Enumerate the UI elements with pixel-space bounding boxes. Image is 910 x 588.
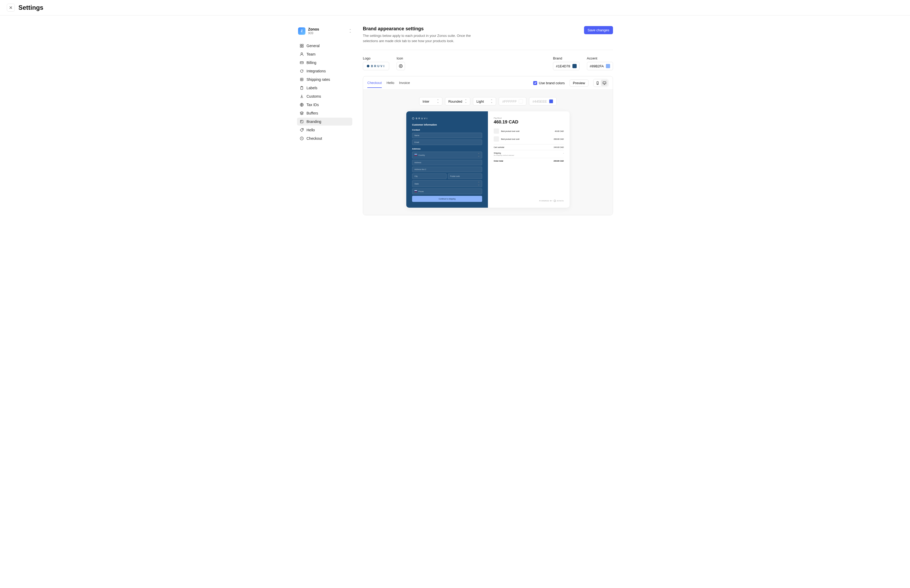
device-mobile[interactable] <box>594 80 601 86</box>
accent-label: Accent <box>587 57 613 60</box>
chevron-updown-icon: ⌃⌄ <box>478 153 480 157</box>
sidebar-item-label: Integrations <box>307 69 326 73</box>
org-id: 909 <box>308 31 346 35</box>
sidebar-item-hello[interactable]: Hello <box>297 126 352 134</box>
preview-card: Checkout Hello Invoice Use brand colors … <box>363 76 613 215</box>
icon-label: Icon <box>396 57 405 60</box>
grid-icon <box>300 44 304 48</box>
sidebar-item-label: Branding <box>307 120 321 124</box>
tab-hello[interactable]: Hello <box>386 81 394 88</box>
sidebar-item-team[interactable]: Team <box>297 50 352 58</box>
section-heading: Brand appearance settings <box>363 26 487 32</box>
sidebar-item-general[interactable]: General <box>297 42 352 50</box>
sidebar-item-label: General <box>307 44 320 48</box>
font-select[interactable]: Inter⌃⌄ <box>419 97 442 105</box>
tag-icon <box>300 128 304 132</box>
sidebar-item-checkout[interactable]: Checkout <box>297 134 352 142</box>
pay-label: Pay Bruvi <box>494 117 564 119</box>
icon-upload-button[interactable] <box>396 62 405 70</box>
flag-icon <box>414 190 417 192</box>
svg-rect-1 <box>302 44 303 45</box>
sidebar-nav: General Team Billing Integrations Shippi… <box>297 42 352 142</box>
org-switcher[interactable]: Z Zonos 909 ⌃⌄ <box>297 26 352 36</box>
product-thumb <box>494 128 499 134</box>
preview-logo: BRUVI <box>412 117 482 120</box>
line-item: Best product ever sold49.60 CAD <box>494 128 564 134</box>
package-icon <box>300 78 304 82</box>
sidebar-item-tax-ids[interactable]: Tax IDs <box>297 101 352 109</box>
use-brand-colors-checkbox[interactable]: Use brand colors <box>533 81 564 85</box>
total-row: Order total249.60 CAD <box>494 158 564 164</box>
svg-rect-5 <box>300 61 303 64</box>
preview-button[interactable]: Preview <box>569 79 588 87</box>
cart-icon <box>300 136 304 141</box>
sidebar-item-shipping-rates[interactable]: Shipping rates <box>297 76 352 84</box>
user-icon <box>300 52 304 57</box>
email-field: Email <box>412 139 482 145</box>
download-icon <box>300 94 304 99</box>
brand-label: Brand <box>553 57 579 60</box>
palette-icon <box>300 120 304 124</box>
globe-icon <box>300 103 304 107</box>
sidebar-item-label: Shipping rates <box>307 78 330 82</box>
logo-label: Logo <box>363 57 389 60</box>
sidebar-item-label: Checkout <box>307 136 322 141</box>
section-subtitle: The settings below apply to each product… <box>363 33 487 44</box>
accent-color-swatch <box>606 64 610 68</box>
sidebar-item-label: Labels <box>307 86 317 90</box>
city-field: City <box>412 173 446 179</box>
close-button[interactable] <box>7 4 15 11</box>
desktop-icon <box>603 81 606 85</box>
sidebar-item-branding[interactable]: Branding <box>297 118 352 126</box>
corners-select[interactable]: Rounded⌃⌄ <box>445 97 470 105</box>
bg-color-display: #FFFFFF <box>499 97 526 105</box>
mobile-icon <box>596 81 600 85</box>
sidebar-item-label: Hello <box>307 128 315 132</box>
checkout-preview: BRUVI Customer information Contact Name … <box>406 111 569 208</box>
sidebar-item-label: Billing <box>307 61 316 65</box>
svg-rect-3 <box>302 46 303 47</box>
sidebar-item-buffers[interactable]: Buffers <box>297 109 352 117</box>
tab-invoice[interactable]: Invoice <box>399 81 410 88</box>
address2-field: Address line 2 <box>412 166 482 172</box>
plus-circle-icon <box>399 64 403 68</box>
product-thumb <box>494 136 499 142</box>
logo-mark <box>367 65 369 67</box>
device-desktop[interactable] <box>601 80 608 86</box>
subtotal-row: Cart subtotal249.60 CAD <box>494 144 564 150</box>
preview-section-title: Customer information <box>412 123 482 126</box>
logo-upload[interactable]: BRUVI <box>363 62 389 70</box>
brand-color-value: #1E4D78 <box>556 64 570 68</box>
svg-point-11 <box>301 121 302 121</box>
chevron-updown-icon: ⌃⌄ <box>349 29 351 32</box>
brand-color-swatch <box>572 64 577 68</box>
refresh-icon <box>300 69 304 73</box>
preview-tabs: Checkout Hello Invoice <box>367 81 410 85</box>
postal-field: Postal code <box>448 173 482 179</box>
accent-color-value: #89B2FA <box>590 64 604 68</box>
address-field: Address <box>412 160 482 165</box>
shipping-row: ShippingNo shipping method selected- <box>494 150 564 158</box>
save-button[interactable]: Save changes <box>584 26 613 34</box>
brand-color-input[interactable]: #1E4D78 <box>553 62 579 70</box>
org-avatar: Z <box>298 27 305 35</box>
org-name: Zonos <box>308 27 346 31</box>
tab-checkout[interactable]: Checkout <box>367 81 382 88</box>
chevron-updown-icon: ⌃⌄ <box>465 100 467 103</box>
sidebar-item-billing[interactable]: Billing <box>297 59 352 66</box>
clipboard-icon <box>300 86 304 90</box>
use-brand-colors-label: Use brand colors <box>539 81 564 85</box>
line-item: Best product ever sold200.00 CAD <box>494 136 564 142</box>
sidebar-item-labels[interactable]: Labels <box>297 84 352 92</box>
accent-color-input[interactable]: #89B2FA <box>587 62 613 70</box>
sidebar-item-integrations[interactable]: Integrations <box>297 67 352 75</box>
checkbox-checked-icon <box>533 81 537 85</box>
chevron-updown-icon: ⌃⌄ <box>491 100 493 103</box>
sidebar-item-customs[interactable]: Customs <box>297 92 352 100</box>
svg-point-4 <box>301 53 302 54</box>
phone-field: Phone <box>412 189 482 194</box>
zonos-logo-icon <box>554 200 556 202</box>
theme-select[interactable]: Light⌃⌄ <box>473 97 496 105</box>
svg-point-12 <box>302 129 303 129</box>
accent-color-display: #445EEE <box>529 97 557 105</box>
